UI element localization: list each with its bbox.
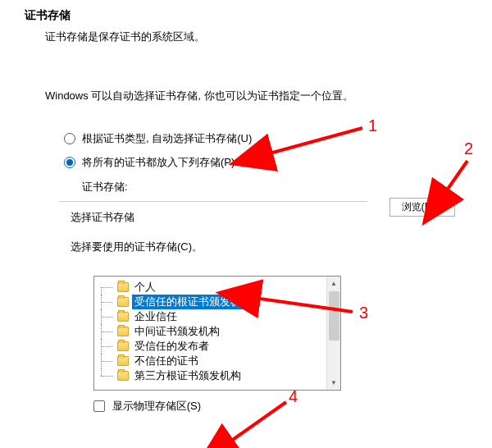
show-physical-checkbox[interactable] — [93, 400, 105, 412]
tree-item[interactable]: 个人 — [99, 280, 340, 295]
tree-item-label[interactable]: 第三方根证书颁发机构 — [132, 368, 244, 383]
tree-item-label[interactable]: 企业信任 — [132, 309, 180, 324]
dialog-instruction: 选择要使用的证书存储(C)。 — [71, 240, 203, 254]
tree-item-label[interactable]: 不信任的证书 — [132, 354, 201, 368]
tree-item[interactable]: 不信任的证书 — [99, 354, 340, 368]
folder-icon — [117, 341, 129, 351]
folder-icon — [117, 371, 129, 381]
svg-line-0 — [266, 128, 362, 154]
scroll-up-icon[interactable]: ▲ — [327, 277, 340, 290]
tree-item-label[interactable]: 受信任的发布者 — [132, 339, 212, 354]
instruction: Windows 可以自动选择证书存储, 你也可以为证书指定一个位置。 — [45, 89, 353, 103]
tree-item[interactable]: 中间证书颁发机构 — [99, 324, 340, 339]
radio-place-store-input[interactable] — [64, 157, 75, 168]
tree-connector — [99, 280, 117, 295]
tree-item-label[interactable]: 个人 — [132, 280, 158, 295]
folder-icon — [117, 282, 129, 292]
scroll-down-icon[interactable]: ▼ — [327, 376, 340, 390]
tree-connector — [99, 309, 117, 324]
tree-scrollbar[interactable]: ▲ ▼ — [326, 277, 340, 390]
tree-item[interactable]: 第三方根证书颁发机构 — [99, 368, 340, 383]
tree-connector — [99, 368, 117, 383]
tree-item[interactable]: 受信任的发布者 — [99, 339, 340, 354]
select-store-dialog: 选择证书存储 选择要使用的证书存储(C)。 个人受信任的根证书颁发机构企业信任中… — [59, 201, 367, 447]
dialog-title: 选择证书存储 — [71, 210, 134, 225]
folder-icon — [117, 356, 129, 366]
page-subtitle: 证书存储是保存证书的系统区域。 — [45, 30, 205, 44]
browse-button[interactable]: 浏览(R)... — [390, 198, 455, 217]
tree-item-label[interactable]: 受信任的根证书颁发机构 — [132, 295, 254, 309]
page-title: 证书存储 — [25, 8, 71, 23]
annotation-2: 2 — [464, 139, 473, 158]
tree-connector — [99, 354, 117, 368]
tree-connector — [99, 295, 117, 309]
radio-place-store-label: 将所有的证书都放入下列存储(P) — [82, 155, 235, 170]
tree-item[interactable]: 受信任的根证书颁发机构 — [99, 295, 340, 309]
annotation-1: 1 — [368, 117, 377, 135]
store-field-label: 证书存储: — [82, 180, 128, 194]
store-tree[interactable]: 个人受信任的根证书颁发机构企业信任中间证书颁发机构受信任的发布者不信任的证书第三… — [93, 276, 341, 391]
tree-item[interactable]: 企业信任 — [99, 309, 340, 324]
tree-connector — [99, 324, 117, 339]
tree-item-label[interactable]: 中间证书颁发机构 — [132, 324, 222, 339]
folder-icon — [117, 297, 129, 307]
show-physical-label[interactable]: 显示物理存储区(S) — [112, 400, 201, 412]
show-physical-row[interactable]: 显示物理存储区(S) — [93, 399, 201, 414]
svg-line-1 — [444, 161, 467, 194]
radio-auto-store-input[interactable] — [64, 133, 75, 144]
tree-connector — [99, 339, 117, 354]
scroll-thumb[interactable] — [329, 291, 339, 341]
radio-auto-store-label: 根据证书类型, 自动选择证书存储(U) — [82, 131, 252, 146]
radio-auto-store[interactable]: 根据证书类型, 自动选择证书存储(U) — [64, 131, 252, 146]
folder-icon — [117, 327, 129, 336]
folder-icon — [117, 312, 129, 322]
radio-place-store[interactable]: 将所有的证书都放入下列存储(P) — [64, 155, 235, 170]
